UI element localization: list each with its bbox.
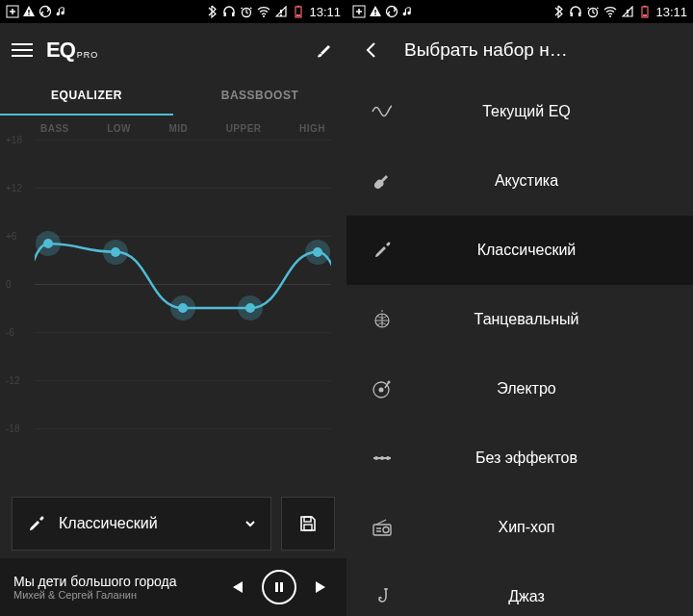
headphones-icon (569, 5, 582, 18)
battery-icon (638, 5, 652, 18)
preset-item-label: Классический (383, 242, 670, 259)
y-tick: +18 (6, 135, 22, 145)
preset-item-label: Танцевальный (383, 311, 670, 328)
svg-rect-19 (374, 14, 375, 15)
preset-row: Классический (12, 497, 335, 551)
svg-rect-14 (304, 525, 312, 530)
equalizer-screen: 13:11 EQPRO EQUALIZER BASSBOOST BASS LOW… (0, 0, 346, 616)
status-clock: 13:11 (655, 5, 687, 19)
music-icon (55, 5, 68, 18)
svg-rect-26 (627, 14, 629, 16)
warning-icon (369, 5, 382, 18)
preset-picker-screen: 13:11 Выбрать набор н… Текущий EQАкустик… (346, 0, 693, 616)
svg-rect-4 (224, 13, 227, 16)
svg-point-24 (609, 15, 611, 17)
preset-item-label: Электро (383, 380, 670, 398)
svg-rect-21 (571, 13, 574, 16)
preset-item-6[interactable]: Хип-хоп (346, 493, 693, 562)
violin-icon (26, 513, 47, 534)
band-label: MID (168, 123, 188, 134)
svg-rect-11 (297, 6, 300, 8)
band-label: UPPER (226, 123, 262, 134)
warning-icon (22, 5, 36, 18)
back-button[interactable] (362, 40, 381, 60)
app-header: EQPRO (0, 23, 346, 77)
preset-label: Классический (59, 515, 232, 532)
signal-icon (274, 5, 288, 18)
svg-rect-18 (374, 10, 375, 13)
y-tick: -18 (6, 424, 19, 434)
equalizer-panel: BASS LOW MID UPPER HIGH +18+12+60-6-12-1… (0, 116, 346, 443)
preset-item-label: Акустика (383, 172, 670, 190)
svg-rect-9 (280, 14, 282, 16)
menu-button[interactable] (12, 39, 33, 61)
preset-item-label: Хип-хоп (383, 519, 670, 536)
chevron-down-icon (244, 517, 257, 530)
plus-icon (6, 5, 19, 18)
track-info: Мы дети большого города Михей & Сергей Г… (13, 574, 225, 601)
pause-button[interactable] (262, 570, 296, 604)
status-bar: 13:11 (0, 0, 346, 23)
preset-item-5[interactable]: Без эффектов (346, 424, 693, 493)
bluetooth-icon (552, 5, 565, 18)
save-icon (297, 513, 319, 534)
svg-rect-8 (280, 10, 282, 13)
sync-icon (385, 5, 398, 18)
band-label: LOW (107, 123, 131, 134)
y-tick: -12 (6, 375, 19, 386)
svg-rect-25 (627, 10, 629, 13)
theme-button[interactable] (314, 39, 335, 61)
eq-node-upper[interactable] (238, 295, 263, 321)
preset-select-button[interactable]: Классический (12, 497, 271, 551)
svg-rect-22 (578, 13, 581, 16)
sync-icon (38, 5, 52, 18)
headphones-icon (222, 5, 236, 18)
preset-item-label: Без эффектов (383, 449, 670, 467)
bluetooth-icon (205, 5, 218, 18)
y-tick: +12 (6, 183, 22, 193)
eq-node-high[interactable] (305, 240, 330, 265)
prev-button[interactable] (225, 576, 248, 599)
preset-item-1[interactable]: Акустика (346, 146, 693, 216)
now-playing-bar[interactable]: Мы дети большого города Михей & Сергей Г… (0, 558, 346, 616)
status-clock: 13:11 (309, 5, 341, 19)
track-title: Мы дети большого города (13, 574, 225, 589)
app-logo: EQPRO (46, 38, 98, 63)
music-icon (401, 5, 415, 18)
status-bar: 13:11 (346, 0, 693, 23)
band-labels: BASS LOW MID UPPER HIGH (35, 123, 331, 134)
preset-item-0[interactable]: Текущий EQ (346, 77, 693, 146)
preset-list: Текущий EQАкустикаКлассическийТанцевальн… (346, 77, 693, 616)
y-tick: +6 (6, 231, 16, 242)
preset-header: Выбрать набор н… (346, 23, 693, 77)
tab-bar: EQUALIZER BASSBOOST (0, 77, 346, 116)
page-title: Выбрать набор н… (404, 39, 568, 61)
eq-chart[interactable]: +18+12+60-6-12-18 (35, 140, 331, 428)
track-artist: Михей & Сергей Галанин (13, 589, 225, 601)
next-button[interactable] (310, 576, 333, 599)
wifi-icon (257, 5, 270, 18)
preset-item-3[interactable]: Танцевальный (346, 285, 693, 354)
svg-rect-29 (643, 14, 647, 16)
band-label: HIGH (299, 123, 325, 134)
alarm-icon (586, 5, 600, 18)
eq-curve (35, 140, 331, 428)
svg-rect-16 (280, 582, 283, 592)
tab-bassboost[interactable]: BASSBOOST (173, 77, 346, 116)
preset-item-2[interactable]: Классический (346, 216, 693, 285)
svg-rect-28 (644, 6, 647, 8)
svg-rect-5 (232, 13, 235, 16)
svg-rect-12 (296, 14, 300, 16)
preset-item-4[interactable]: Электро (346, 354, 693, 424)
tab-equalizer[interactable]: EQUALIZER (0, 77, 173, 116)
svg-rect-1 (28, 10, 29, 13)
plus-icon (352, 5, 366, 18)
eq-node-mid[interactable] (170, 295, 195, 321)
eq-node-low[interactable] (103, 240, 128, 265)
save-preset-button[interactable] (281, 497, 335, 551)
svg-point-20 (387, 7, 398, 17)
alarm-icon (240, 5, 253, 18)
signal-icon (621, 5, 634, 18)
eq-node-bass[interactable] (36, 231, 61, 256)
preset-item-7[interactable]: Джаз (346, 562, 693, 616)
